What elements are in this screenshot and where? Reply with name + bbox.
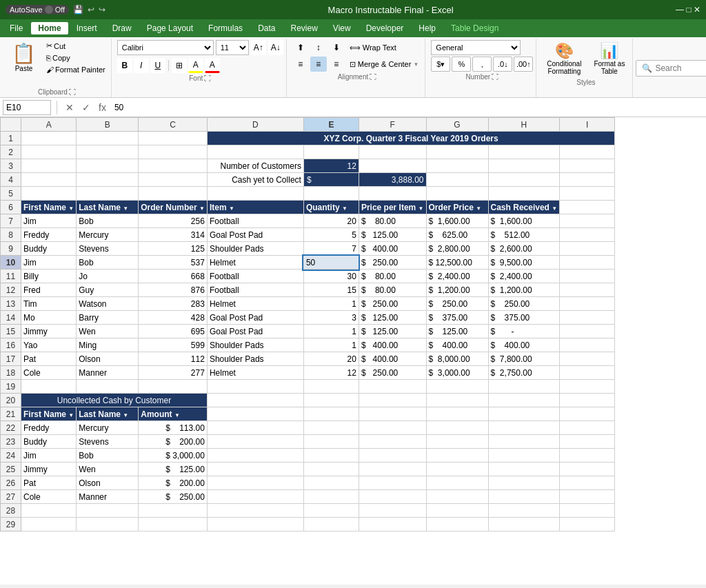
cell-e22[interactable]: [303, 421, 359, 435]
menu-developer[interactable]: Developer: [359, 22, 411, 34]
menu-table-design[interactable]: Table Design: [444, 22, 505, 34]
dollar-btn[interactable]: $▾: [431, 57, 450, 72]
cell-h15[interactable]: $ -: [488, 325, 560, 338]
cell-b28[interactable]: [77, 504, 139, 518]
cell-h19[interactable]: [488, 380, 560, 394]
cell-f12[interactable]: $ 80.00: [359, 283, 426, 297]
menu-help[interactable]: Help: [412, 22, 443, 34]
cell-g6[interactable]: Order Price ▼: [426, 201, 488, 214]
cell-e29[interactable]: [303, 518, 359, 531]
cell-d3[interactable]: Number of Customers: [207, 159, 303, 173]
col-header-d[interactable]: D: [207, 118, 303, 132]
cell-b11[interactable]: Jo: [77, 270, 139, 283]
cell-f2[interactable]: [359, 145, 426, 159]
row-header-8[interactable]: 8: [1, 228, 21, 242]
cell-g2[interactable]: [426, 145, 488, 159]
row-header-12[interactable]: 12: [1, 283, 21, 297]
cell-b21[interactable]: Last Name ▼: [77, 407, 139, 421]
cell-d24[interactable]: [207, 449, 303, 463]
cell-f9[interactable]: $ 400.00: [359, 242, 426, 256]
cell-i6[interactable]: [560, 201, 615, 214]
row-header-2[interactable]: 2: [1, 145, 21, 159]
cell-d27[interactable]: [207, 490, 303, 504]
cell-h7[interactable]: $ 1,600.00: [488, 214, 560, 228]
increase-font-btn[interactable]: A↑: [251, 40, 266, 55]
clipboard-expand-icon[interactable]: ⛶: [69, 88, 76, 96]
cell-c12[interactable]: 876: [139, 283, 208, 297]
cell-h24[interactable]: [488, 449, 560, 463]
row-header-10[interactable]: 10: [1, 256, 21, 270]
percent-btn[interactable]: %: [452, 57, 471, 72]
cell-b3[interactable]: [77, 159, 139, 173]
cell-g3[interactable]: [426, 159, 488, 173]
decrease-font-btn[interactable]: A↓: [268, 40, 283, 55]
cell-f18[interactable]: $ 250.00: [359, 366, 426, 380]
cell-i18[interactable]: [560, 366, 615, 380]
cell-e26[interactable]: [303, 476, 359, 490]
cell-g21[interactable]: [426, 407, 488, 421]
cell-f13[interactable]: $ 250.00: [359, 297, 426, 311]
cell-c29[interactable]: [139, 518, 208, 531]
cell-f3[interactable]: [359, 159, 426, 173]
cell-f29[interactable]: [359, 518, 426, 531]
cell-c24[interactable]: $ 3,000.00: [139, 449, 208, 463]
cell-c25[interactable]: $ 125.00: [139, 463, 208, 476]
cell-i22[interactable]: [560, 421, 615, 435]
cell-c27[interactable]: $ 250.00: [139, 490, 208, 504]
cell-g16[interactable]: $ 400.00: [426, 338, 488, 352]
wrap-text-button[interactable]: ⟺ Wrap Text: [346, 41, 400, 54]
cell-c3[interactable]: [139, 159, 208, 173]
row-header-4[interactable]: 4: [1, 173, 21, 187]
cell-d11[interactable]: Football: [207, 270, 303, 283]
cell-i13[interactable]: [560, 297, 615, 311]
cell-i26[interactable]: [560, 476, 615, 490]
col-header-a[interactable]: A: [21, 118, 77, 132]
cell-a5[interactable]: [21, 187, 77, 201]
cell-i24[interactable]: [560, 449, 615, 463]
font-name-select[interactable]: Calibri: [117, 40, 214, 55]
confirm-formula-btn[interactable]: ✓: [79, 102, 93, 113]
row-header-6[interactable]: 6: [1, 201, 21, 214]
cell-h17[interactable]: $ 7,800.00: [488, 352, 560, 366]
bold-button[interactable]: B: [117, 58, 132, 73]
cell-b16[interactable]: Ming: [77, 338, 139, 352]
align-top-btn[interactable]: ⬆: [292, 40, 309, 55]
cell-f15[interactable]: $ 125.00: [359, 325, 426, 338]
cell-f16[interactable]: $ 400.00: [359, 338, 426, 352]
align-bottom-btn[interactable]: ⬇: [328, 40, 345, 55]
cell-d23[interactable]: [207, 435, 303, 449]
cell-b2[interactable]: [77, 145, 139, 159]
cell-d20[interactable]: [207, 394, 303, 407]
cell-a15[interactable]: Jimmy: [21, 325, 77, 338]
cell-c9[interactable]: 125: [139, 242, 208, 256]
menu-draw[interactable]: Draw: [105, 22, 139, 34]
row-header-18[interactable]: 18: [1, 366, 21, 380]
cell-a25[interactable]: Jimmy: [21, 463, 77, 476]
cell-e2[interactable]: [303, 145, 359, 159]
cell-b24[interactable]: Bob: [77, 449, 139, 463]
cell-a4[interactable]: [21, 173, 77, 187]
cell-c19[interactable]: [139, 380, 208, 394]
row-header-28[interactable]: 28: [1, 504, 21, 518]
cell-d10[interactable]: Helmet: [207, 256, 303, 270]
cell-e18[interactable]: 12: [303, 366, 359, 380]
cell-c17[interactable]: 112: [139, 352, 208, 366]
cell-c15[interactable]: 695: [139, 325, 208, 338]
cell-c26[interactable]: $ 200.00: [139, 476, 208, 490]
search-input[interactable]: [655, 63, 706, 73]
cell-a22[interactable]: Freddy: [21, 421, 77, 435]
cell-h14[interactable]: $ 375.00: [488, 311, 560, 325]
cell-i19[interactable]: [560, 380, 615, 394]
cell-i23[interactable]: [560, 435, 615, 449]
cell-i17[interactable]: [560, 352, 615, 366]
cell-a19[interactable]: [21, 380, 77, 394]
cell-e16[interactable]: 1: [303, 338, 359, 352]
cell-g25[interactable]: [426, 463, 488, 476]
cell-b1[interactable]: [77, 132, 139, 145]
cell-b29[interactable]: [77, 518, 139, 531]
align-right-btn[interactable]: ≡: [328, 57, 345, 72]
cell-i28[interactable]: [560, 504, 615, 518]
cell-a1[interactable]: [21, 132, 77, 145]
cell-g28[interactable]: [426, 504, 488, 518]
cell-d21[interactable]: [207, 407, 303, 421]
